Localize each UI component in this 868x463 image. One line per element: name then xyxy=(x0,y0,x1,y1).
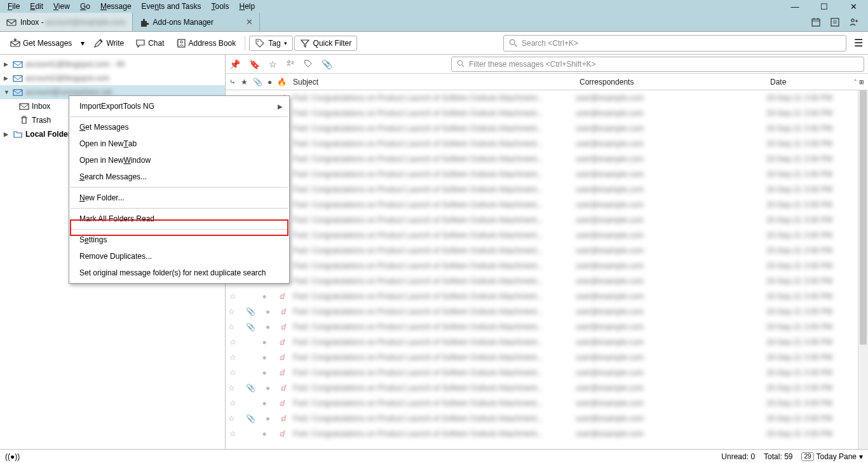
svg-line-28 xyxy=(462,65,464,67)
minimize-button[interactable]: — xyxy=(780,0,810,13)
scrollbar-thumb[interactable] xyxy=(860,90,867,345)
get-messages-dropdown[interactable]: ▾ xyxy=(78,36,87,50)
context-menu-item[interactable]: Mark All Folders Read xyxy=(69,211,289,227)
star-filter-icon[interactable]: ☆ xyxy=(269,59,277,69)
address-book-button[interactable]: Address Book xyxy=(171,36,241,51)
tab-bar: Inbox - account@example.com Add-ons Mana… xyxy=(0,13,868,32)
menu-events-tasks[interactable]: Events and Tasks xyxy=(137,1,207,12)
close-button[interactable]: ✕ xyxy=(839,0,868,13)
message-row[interactable]: ☆●ⅆ Fwd: Congratulations on Product Laun… xyxy=(226,258,868,273)
message-row[interactable]: ☆●ⅆ Fwd: Congratulations on Product Laun… xyxy=(226,167,868,182)
calendar-icon[interactable] xyxy=(811,17,821,27)
account-row[interactable]: ▶account1@blogspot.com - 40 xyxy=(0,57,225,71)
quick-filter-button[interactable]: Quick Filter xyxy=(294,36,358,51)
context-menu-item[interactable]: Search Messages... xyxy=(69,169,289,185)
window-controls: — ☐ ✕ xyxy=(780,0,868,13)
message-row[interactable]: ☆📎●ⅆ Fwd: Congratulations on Product Lau… xyxy=(226,380,868,396)
svg-point-13 xyxy=(180,41,182,43)
maximize-button[interactable]: ☐ xyxy=(810,0,839,13)
online-status-icon[interactable]: ((●)) xyxy=(5,452,20,461)
message-row[interactable]: ☆●ⅆ Fwd: Congratulations on Product Laun… xyxy=(226,197,868,212)
account-row[interactable]: ▶account2@blogspot.com xyxy=(0,71,225,85)
attach-col-icon[interactable]: 📎 xyxy=(253,78,262,86)
menu-file[interactable]: File xyxy=(3,1,25,12)
column-correspondents[interactable]: Correspondents xyxy=(576,78,766,86)
attachment-filter-icon[interactable]: 📎 xyxy=(322,59,332,69)
mail-icon xyxy=(13,73,23,83)
total-count: Total: 59 xyxy=(764,452,792,461)
message-row[interactable]: ☆●ⅆ Fwd: Congratulations on Product Laun… xyxy=(226,121,868,136)
tag-button[interactable]: Tag ▾ xyxy=(249,36,292,51)
pin-icon[interactable]: 📌 xyxy=(229,59,240,69)
contacts-icon[interactable] xyxy=(849,17,859,27)
chat-button[interactable]: Chat xyxy=(130,36,169,51)
tasks-icon[interactable] xyxy=(830,17,840,27)
write-button[interactable]: Write xyxy=(88,36,129,51)
read-col-icon[interactable]: ● xyxy=(268,78,272,86)
menu-message[interactable]: Message xyxy=(95,1,137,12)
scrollbar[interactable] xyxy=(858,90,868,449)
mail-icon xyxy=(13,87,23,97)
get-messages-button[interactable]: Get Messages xyxy=(5,36,77,51)
thread-col-icon[interactable]: ⤷ xyxy=(229,78,236,86)
menu-edit[interactable]: Edit xyxy=(25,1,48,12)
message-row[interactable]: ☆●ⅆ Fwd: Congratulations on Product Laun… xyxy=(226,426,868,441)
context-menu-item[interactable]: Remove Duplicates... xyxy=(69,248,289,265)
menu-view[interactable]: View xyxy=(48,1,75,12)
context-menu-item[interactable]: Open in New Window xyxy=(69,152,289,169)
message-row[interactable]: ☆📎●ⅆ Fwd: Congratulations on Product Lau… xyxy=(226,411,868,426)
tag-filter-icon[interactable] xyxy=(304,59,313,69)
menu-go[interactable]: Go xyxy=(75,1,95,12)
message-row[interactable]: ☆●ⅆ Fwd: Congratulations on Product Laun… xyxy=(226,273,868,289)
message-row[interactable]: ☆●ⅆ Fwd: Congratulations on Product Laun… xyxy=(226,136,868,151)
context-menu-item[interactable]: New Folder... xyxy=(69,190,289,206)
inbox-icon xyxy=(19,101,29,111)
bookmark-icon[interactable]: 🔖 xyxy=(249,59,260,69)
context-menu-item[interactable]: Open in New Tab xyxy=(69,135,289,152)
star-col-icon[interactable]: ★ xyxy=(241,78,248,86)
message-row[interactable]: ☆●ⅆ Fwd: Congratulations on Product Laun… xyxy=(226,151,868,167)
column-subject[interactable]: Subject xyxy=(289,78,576,86)
junk-col-icon[interactable]: 🔥 xyxy=(277,78,287,86)
tab-inbox[interactable]: Inbox - account@example.com xyxy=(0,13,133,31)
context-menu-item[interactable]: Get Messages xyxy=(69,119,289,135)
message-row[interactable]: ☆●ⅆ Fwd: Congratulations on Product Laun… xyxy=(226,90,868,106)
column-date[interactable]: Date˄ ⊞ xyxy=(766,78,868,86)
tab-addons[interactable]: Add-ons Manager ✕ xyxy=(133,13,260,31)
message-row[interactable]: ☆●ⅆ Fwd: Congratulations on Product Laun… xyxy=(226,228,868,243)
message-list[interactable]: ☆●ⅆ Fwd: Congratulations on Product Laun… xyxy=(226,90,868,449)
message-row[interactable]: ☆●ⅆ Fwd: Congratulations on Product Laun… xyxy=(226,182,868,197)
quick-filter-bar: 📌 🔖 ☆ 📎 Filter these messages <Ctrl+Shif… xyxy=(226,55,868,74)
message-row[interactable]: ☆●ⅆ Fwd: Congratulations on Product Laun… xyxy=(226,365,868,380)
message-row[interactable]: ☆📎●ⅆ Fwd: Congratulations on Product Lau… xyxy=(226,304,868,319)
app-menu-button[interactable]: ☰ xyxy=(854,37,863,49)
svg-rect-20 xyxy=(13,62,22,67)
message-row[interactable]: ☆●ⅆ Fwd: Congratulations on Product Laun… xyxy=(226,396,868,411)
column-headers: ⤷ ★ 📎 ● 🔥 Subject Correspondents Date˄ ⊞ xyxy=(226,74,868,90)
message-row[interactable]: ☆📎●ⅆ Fwd: Congratulations on Product Lau… xyxy=(226,319,868,335)
filter-messages-input[interactable]: Filter these messages <Ctrl+Shift+K> xyxy=(451,57,864,72)
addon-icon xyxy=(139,17,149,27)
contact-filter-icon[interactable] xyxy=(286,59,295,69)
search-icon xyxy=(457,60,465,68)
svg-point-8 xyxy=(851,18,854,21)
menu-bar: File Edit View Go Message Events and Tas… xyxy=(0,0,868,13)
message-row[interactable]: ☆●ⅆ Fwd: Congratulations on Product Laun… xyxy=(226,243,868,258)
global-search-input[interactable]: Search <Ctrl+K> xyxy=(503,35,846,52)
message-row[interactable]: ☆●ⅆ Fwd: Congratulations on Product Laun… xyxy=(226,335,868,350)
message-row[interactable]: ☆●ⅆ Fwd: Congratulations on Product Laun… xyxy=(226,212,868,228)
context-menu-item[interactable]: ImportExportTools NG▶ xyxy=(69,98,289,114)
svg-rect-0 xyxy=(7,20,16,25)
svg-rect-5 xyxy=(831,18,839,26)
svg-point-27 xyxy=(458,60,462,65)
svg-rect-11 xyxy=(11,41,20,46)
today-pane-button[interactable]: 29Today Pane ▾ xyxy=(801,452,863,461)
close-tab-icon[interactable]: ✕ xyxy=(246,17,253,27)
message-row[interactable]: ☆●ⅆ Fwd: Congratulations on Product Laun… xyxy=(226,106,868,121)
message-row[interactable]: ☆●ⅆ Fwd: Congratulations on Product Laun… xyxy=(226,350,868,365)
message-row[interactable]: ☆●ⅆ Fwd: Congratulations on Product Laun… xyxy=(226,289,868,304)
menu-help[interactable]: Help xyxy=(234,1,260,12)
context-menu-item[interactable]: Set original message folder(s) for next … xyxy=(69,265,289,281)
context-menu-item[interactable]: Settings xyxy=(69,232,289,248)
menu-tools[interactable]: Tools xyxy=(206,1,234,12)
